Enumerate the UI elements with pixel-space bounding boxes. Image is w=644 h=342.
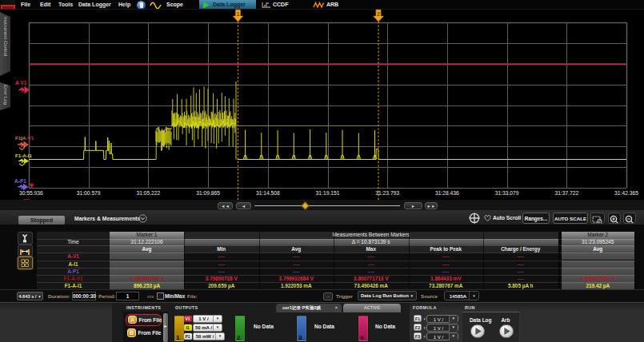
svg-text:31:37.722: 31:37.722: [554, 190, 578, 196]
svg-text:A V1: A V1: [15, 80, 27, 86]
svg-text:31:19.151: 31:19.151: [316, 190, 340, 196]
svg-text:F1-A-I1: F1-A-I1: [15, 153, 33, 158]
svg-text:31:42.365: 31:42.365: [614, 190, 638, 196]
svg-text:1: 1: [237, 11, 240, 17]
svg-text:31:33.079: 31:33.079: [495, 190, 519, 196]
svg-text:31:09.865: 31:09.865: [196, 190, 220, 196]
svg-text:31:05.222: 31:05.222: [137, 190, 161, 196]
svg-text:30:55.936: 30:55.936: [19, 190, 43, 196]
svg-text:31:28.436: 31:28.436: [435, 190, 459, 196]
svg-text:2: 2: [377, 11, 380, 17]
svg-text:31:23.793: 31:23.793: [375, 190, 399, 196]
svg-text:A-P1: A-P1: [14, 178, 26, 184]
svg-text:F1|A-V1: F1|A-V1: [15, 135, 34, 141]
svg-text:31:14.508: 31:14.508: [256, 190, 280, 196]
svg-text:31:00.579: 31:00.579: [77, 190, 101, 196]
